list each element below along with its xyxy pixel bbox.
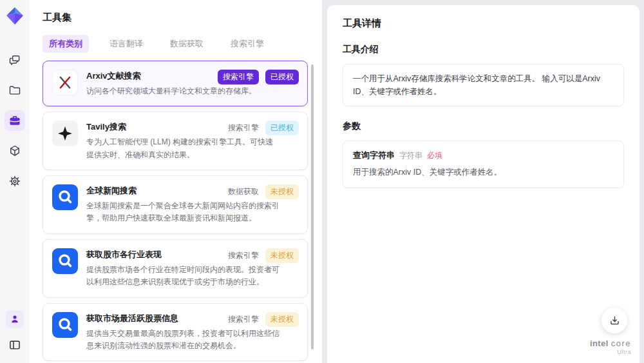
intel-wordmark: intel [590,338,609,348]
tool-card-badges: 数据获取 未授权 [228,184,299,199]
parameter-type: 字符串 [399,150,422,161]
tool-card-description: 提供股票市场各个行业在特定时间段内的表现。投资者可以利用这些信息来识别表现优于或… [86,264,279,289]
tool-card-badges: 搜索引擎 已授权 [218,70,299,84]
core-wordmark: core [611,338,631,348]
folder-icon[interactable] [5,80,25,101]
blue-magnifier-icon [52,248,78,274]
ultra-wordmark: Ultra [590,349,631,355]
tool-card-badges: 搜索引擎 已授权 [228,121,299,135]
toolset-panel: 工具集 所有类别 语言翻译 数据获取 搜索引擎 Arxiv文献搜索 访问各个研究… [30,0,322,363]
tab-all-categories[interactable]: 所有类别 [43,35,89,53]
tool-card-active-stocks[interactable]: 获取市场最活跃股票信息 提供当天交易量最高的股票列表，投资者可以利用这些信息来识… [43,303,308,362]
tool-card-global-news[interactable]: 全球新闻搜索 全球新闻搜索是一个聚合全球各大新闻网站内容的搜索引擎，帮助用户快速… [43,175,308,234]
status-badge: 未授权 [265,248,299,263]
panel-layout-icon[interactable] [5,335,25,355]
tool-card-description: 提供当天交易量最高的股票列表，投资者可以利用这些信息来识别流动性强的股票和潜在的… [86,328,279,353]
intro-text-box: 一个用于从Arxiv存储库搜索科学论文和文章的工具。 输入可以是Arxiv ID… [343,64,624,106]
tab-data-fetch[interactable]: 数据获取 [164,35,210,53]
cube-icon[interactable] [5,141,25,161]
details-title: 工具详情 [343,17,624,30]
tab-search-engine[interactable]: 搜索引擎 [224,35,270,53]
tool-card-arxiv[interactable]: Arxiv文献搜索 访问各个研究领域大量科学论文和文章的存储库。 搜索引擎 已授… [43,61,308,106]
parameter-name: 查询字符串 [353,150,395,161]
briefcase-tools-icon[interactable] [5,110,25,131]
status-badge: 未授权 [265,312,299,327]
app-logo-gem-icon[interactable] [5,6,24,25]
chat-icon[interactable] [5,50,25,70]
tavily-star-icon [52,121,78,146]
intel-core-logo: intel core Ultra [590,339,631,355]
list-scrollbar[interactable] [311,64,314,349]
category-label: 搜索引擎 [228,123,259,133]
status-badge: 已授权 [265,121,299,135]
tool-details-panel: 工具详情 工具介绍 一个用于从Arxiv存储库搜索科学论文和文章的工具。 输入可… [327,5,639,363]
rail-bottom [5,310,25,355]
download-button[interactable] [601,308,627,333]
download-icon [609,315,621,327]
tool-card-description: 全球新闻搜索是一个聚合全球各大新闻网站内容的搜索引擎，帮助用户快速获取全球最新资… [86,200,279,225]
user-icon[interactable] [6,310,24,328]
left-rail [0,0,30,363]
tool-card-tavily[interactable]: Tavily搜索 专为人工智能代理 (LLM) 构建的搜索引擎工具。可快速提供实… [43,112,308,170]
tool-card-stock-sectors[interactable]: 获取股市各行业表现 提供股票市场各个行业在特定时间段内的表现。投资者可以利用这些… [43,239,308,298]
tab-language-translation[interactable]: 语言翻译 [103,35,149,53]
category-label: 搜索引擎 [228,250,259,261]
parameter-required-badge: 必填 [427,150,442,161]
params-heading: 参数 [343,121,624,132]
arxiv-x-icon [52,70,78,95]
gear-icon[interactable] [5,171,25,191]
toolset-title: 工具集 [43,12,309,24]
category-label: 搜索引擎 [228,314,259,325]
parameter-card: 查询字符串 字符串 必填 用于搜索的Arxiv ID、关键字或作者姓名。 [343,141,624,188]
category-tabs: 所有类别 语言翻译 数据获取 搜索引擎 [43,35,309,53]
intro-heading: 工具介绍 [343,44,624,55]
status-badge: 未授权 [265,184,299,199]
rail-nav [5,50,25,191]
blue-magnifier-icon [52,184,78,210]
status-badge: 已授权 [265,70,299,84]
parameter-description: 用于搜索的Arxiv ID、关键字或作者姓名。 [353,167,614,178]
tool-card-list: Arxiv文献搜索 访问各个研究领域大量科学论文和文章的存储库。 搜索引擎 已授… [43,61,308,363]
blue-magnifier-icon [52,312,78,338]
tool-card-description: 访问各个研究领域大量科学论文和文章的存储库。 [86,85,279,97]
tool-card-badges: 搜索引擎 未授权 [228,248,299,263]
category-badge: 搜索引擎 [218,70,259,84]
tool-card-badges: 搜索引擎 未授权 [228,312,299,327]
category-label: 数据获取 [228,186,259,197]
tool-card-description: 专为人工智能代理 (LLM) 构建的搜索引擎工具。可快速提供实时、准确和真实的结… [86,136,279,161]
